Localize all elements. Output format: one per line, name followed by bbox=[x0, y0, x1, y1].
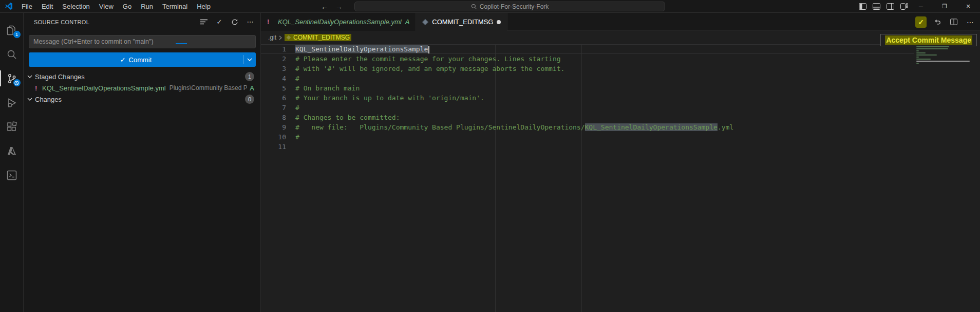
commit-button[interactable]: ✓ Commit bbox=[29, 52, 256, 67]
menu-terminal[interactable]: Terminal bbox=[158, 0, 192, 13]
extensions-icon[interactable] bbox=[0, 115, 24, 139]
code-line: 11 bbox=[261, 142, 914, 152]
more-actions-icon[interactable]: ⋯ bbox=[246, 18, 254, 26]
explorer-badge: 1 bbox=[13, 30, 21, 39]
commit-action-icon[interactable]: ✓ bbox=[215, 18, 223, 26]
scm-progress-bar bbox=[176, 43, 187, 44]
terminal-view-icon[interactable] bbox=[0, 163, 24, 187]
minimap-line bbox=[916, 50, 919, 51]
code-line: 1KQL_SentinelDailyOperationsSample bbox=[261, 44, 914, 54]
minimap-line bbox=[916, 63, 919, 64]
line-number: 6 bbox=[261, 93, 286, 103]
line-number: 5 bbox=[261, 83, 286, 93]
source-control-icon[interactable] bbox=[0, 66, 24, 90]
code-line: 10# bbox=[261, 132, 914, 142]
code-text: # bbox=[295, 104, 299, 112]
highlighted-text: KQL_SentinelDailyOperationsSample bbox=[295, 45, 428, 53]
code-lines: 1KQL_SentinelDailyOperationsSample2# Ple… bbox=[261, 44, 980, 152]
nav-forward-icon[interactable]: → bbox=[335, 3, 343, 11]
code-line: 5# On branch main bbox=[261, 83, 914, 93]
code-text: # On branch main bbox=[295, 84, 360, 92]
changes-header[interactable]: Changes 0 bbox=[24, 94, 260, 105]
yaml-file-icon: ! bbox=[267, 18, 274, 26]
run-debug-icon[interactable] bbox=[0, 90, 24, 115]
search-label: Copilot-For-Security-Fork bbox=[480, 3, 549, 10]
tooltip-label: Accept Commit Message bbox=[885, 35, 972, 45]
line-number: 7 bbox=[261, 103, 286, 113]
source-control-sidebar: SOURCE CONTROL ✓ ⋯ ✓ Commit bbox=[24, 13, 261, 312]
code-text: # Please enter the commit message for yo… bbox=[295, 55, 561, 63]
toggle-sidebar-icon[interactable] bbox=[859, 3, 866, 10]
split-editor-icon[interactable] bbox=[948, 16, 959, 28]
highlighted-text: KQL_SentinelDailyOperationsSample bbox=[585, 123, 718, 131]
line-number: 2 bbox=[261, 54, 286, 64]
code-text: # Your branch is up to date with 'origin… bbox=[295, 94, 484, 102]
code-text: # with '#' will be ignored, and an empty… bbox=[295, 65, 564, 72]
customize-layout-icon[interactable] bbox=[900, 3, 908, 10]
code-area[interactable]: 1KQL_SentinelDailyOperationsSample2# Ple… bbox=[261, 44, 980, 312]
commit-dropdown-button[interactable] bbox=[243, 58, 256, 61]
azure-icon[interactable] bbox=[0, 139, 24, 163]
staged-file-row[interactable]: ! KQL_SentinelDailyOperationsSample.yml … bbox=[24, 82, 260, 94]
clock-icon bbox=[14, 81, 19, 85]
search-view-icon[interactable] bbox=[0, 42, 24, 66]
staged-file-name: KQL_SentinelDailyOperationsSample.yml bbox=[42, 84, 166, 92]
menu-selection[interactable]: Selection bbox=[58, 0, 94, 13]
chevron-right-icon bbox=[279, 35, 282, 40]
breadcrumb-root[interactable]: .git bbox=[268, 34, 276, 41]
minimize-button[interactable]: ─ bbox=[909, 0, 933, 13]
tab-label: COMMIT_EDITMSG bbox=[432, 18, 493, 26]
commit-check-icon: ✓ bbox=[120, 56, 126, 64]
breadcrumb-file[interactable]: COMMIT_EDITMSG bbox=[285, 34, 351, 41]
accept-commit-message-icon[interactable]: ✓ bbox=[915, 16, 927, 28]
menu-go[interactable]: Go bbox=[118, 0, 136, 13]
minimap-line bbox=[916, 46, 949, 47]
menu-file[interactable]: File bbox=[17, 0, 37, 13]
explorer-icon[interactable]: 1 bbox=[0, 18, 24, 42]
code-text: # bbox=[295, 133, 299, 141]
refresh-icon[interactable] bbox=[231, 18, 239, 26]
staged-changes-header[interactable]: Staged Changes 1 bbox=[24, 71, 260, 82]
command-center-search[interactable]: Copilot-For-Security-Fork bbox=[354, 2, 665, 11]
code-line: 3# with '#' will be ignored, and an empt… bbox=[261, 64, 914, 74]
menu-edit[interactable]: Edit bbox=[37, 0, 58, 13]
chevron-down-icon bbox=[247, 58, 252, 61]
breadcrumb[interactable]: .git COMMIT_EDITMSG bbox=[261, 31, 980, 44]
menu-run[interactable]: Run bbox=[136, 0, 158, 13]
git-file-icon bbox=[286, 35, 291, 40]
code-line: 4# bbox=[261, 74, 914, 83]
toggle-secondary-sidebar-icon[interactable] bbox=[887, 3, 894, 10]
line-number: 1 bbox=[261, 45, 286, 53]
more-actions-icon[interactable]: ⋯ bbox=[965, 16, 976, 28]
staged-count-badge: 1 bbox=[245, 72, 254, 81]
text-cursor bbox=[428, 46, 429, 53]
minimap-line bbox=[916, 52, 926, 53]
yaml-file-icon: ! bbox=[35, 84, 42, 92]
git-file-icon bbox=[422, 19, 428, 25]
menu-view[interactable]: View bbox=[95, 0, 118, 13]
tab-yml-file[interactable]: ! KQL_SentinelDailyOperationsSample.yml … bbox=[261, 13, 416, 31]
git-status-added: A bbox=[247, 84, 254, 92]
modified-dot-icon[interactable] bbox=[497, 20, 501, 24]
close-button[interactable]: ✕ bbox=[956, 0, 980, 13]
title-bar: File Edit Selection View Go Run Terminal… bbox=[0, 0, 980, 13]
changes-count-badge: 0 bbox=[245, 95, 254, 104]
code-text: .yml bbox=[718, 123, 733, 131]
minimap-line bbox=[916, 59, 931, 60]
line-number: 9 bbox=[261, 122, 286, 132]
view-and-sort-icon[interactable] bbox=[200, 18, 208, 26]
code-line: 2# Please enter the commit message for y… bbox=[261, 54, 914, 64]
menu-help[interactable]: Help bbox=[192, 0, 215, 13]
commit-message-input[interactable] bbox=[29, 35, 256, 48]
activity-bar: 1 bbox=[0, 13, 24, 312]
tab-commit-editmsg[interactable]: COMMIT_EDITMSG bbox=[416, 13, 507, 31]
code-text: # bbox=[295, 75, 299, 82]
minimap-line bbox=[916, 48, 948, 49]
editor-group: ! KQL_SentinelDailyOperationsSample.yml … bbox=[261, 13, 980, 312]
nav-back-icon[interactable]: ← bbox=[321, 3, 328, 11]
restore-button[interactable]: ❐ bbox=[933, 0, 956, 13]
tab-label: KQL_SentinelDailyOperationsSample.yml bbox=[278, 18, 402, 26]
discard-commit-message-icon[interactable] bbox=[932, 16, 943, 28]
toggle-panel-icon[interactable] bbox=[873, 3, 880, 10]
minimap[interactable] bbox=[916, 44, 977, 65]
